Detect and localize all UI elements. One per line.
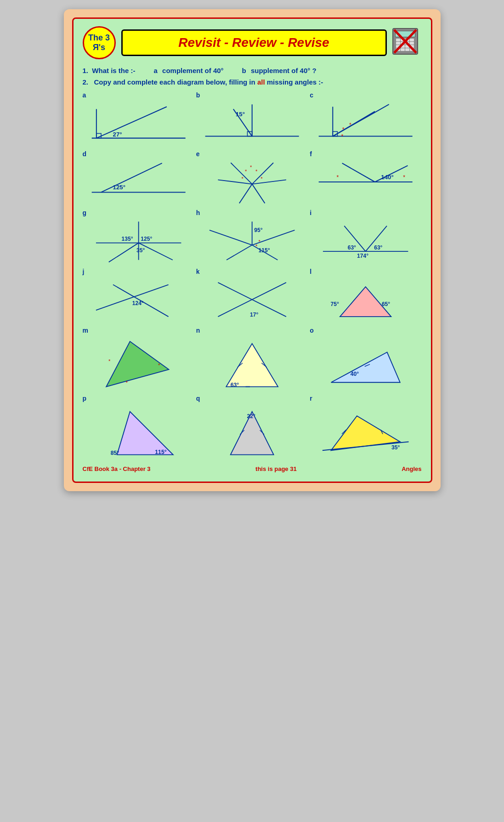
diagram-g-label: g (83, 209, 194, 216)
svg-text:*: * (255, 169, 258, 174)
diagram-p: p 85° 115° (83, 395, 194, 459)
diagram-i: i 63° 63° 174° (310, 209, 421, 264)
svg-text:*: * (337, 174, 339, 181)
svg-text:115°: 115° (155, 449, 166, 455)
diagram-h: h 95° * * 115° (196, 209, 308, 264)
q1-part-b-label: b (242, 67, 246, 74)
diagram-r-label: r (310, 395, 421, 402)
svg-text:17°: 17° (250, 312, 258, 318)
diagram-m-label: m (83, 327, 194, 334)
footer-center: this is page 31 (255, 465, 297, 472)
page: The 3 Я's Revisit - Review - Revise (64, 9, 441, 491)
svg-text:65°: 65° (382, 301, 390, 307)
svg-text:63°: 63° (231, 382, 239, 388)
question2: 2. Copy and complete each diagram below,… (83, 78, 422, 86)
diagram-e-label: e (196, 150, 308, 158)
diagram-q: q 22° (196, 395, 308, 459)
the3rs-line2: Я's (93, 43, 105, 52)
header: The 3 Я's Revisit - Review - Revise (83, 26, 422, 59)
svg-marker-75 (226, 344, 278, 387)
svg-text:115°: 115° (258, 247, 270, 254)
diagram-b-label: b (196, 91, 308, 99)
q1-number: 1. (83, 67, 89, 74)
svg-text:*: * (349, 122, 351, 128)
svg-text:35°: 35° (391, 444, 400, 451)
svg-line-25 (218, 180, 252, 184)
svg-text:22°: 22° (247, 413, 255, 420)
q2-number: 2. (83, 78, 89, 86)
the3rs-line1: The 3 (88, 33, 110, 43)
svg-text:27°: 27° (113, 131, 122, 138)
diagram-l-label: l (310, 268, 421, 275)
svg-text:*: * (241, 176, 244, 181)
q2-text: Copy and complete each diagram below, fi… (94, 78, 255, 86)
question1: 1. What is the :- a complement of 40° b … (83, 67, 422, 74)
diagram-c-label: c (310, 91, 421, 99)
diagram-a-label: a (83, 91, 194, 99)
svg-text:35°: 35° (136, 247, 145, 254)
diagram-o-label: o (310, 327, 421, 334)
svg-line-21 (101, 163, 162, 192)
diagram-a: a 27° (83, 91, 194, 147)
svg-text:*: * (108, 358, 110, 364)
svg-text:15°: 15° (236, 111, 245, 118)
diagram-p-label: p (83, 395, 194, 402)
svg-text:135°: 135° (121, 236, 133, 242)
diagram-n: n 63° (196, 327, 308, 391)
footer-left: CfE Book 3a - Chapter 3 (83, 465, 151, 472)
svg-text:*: * (158, 363, 160, 368)
footer: CfE Book 3a - Chapter 3 this is page 31 … (83, 465, 422, 472)
diagram-k-label: k (196, 268, 308, 275)
svg-line-26 (252, 180, 286, 184)
svg-text:85°: 85° (110, 450, 119, 456)
svg-text:*: * (258, 239, 260, 244)
svg-marker-80 (331, 352, 400, 383)
svg-text:*: * (255, 244, 258, 249)
svg-line-28 (252, 184, 265, 204)
svg-text:63°: 63° (348, 244, 356, 251)
diagram-e: e * * * * * (196, 150, 308, 205)
svg-text:140°: 140° (381, 174, 393, 181)
svg-text:174°: 174° (357, 253, 368, 259)
diagram-j-label: j (83, 268, 194, 275)
q1-part-b-text: supplement of 40° ? (251, 67, 317, 74)
diagram-c: c * * * (310, 91, 421, 147)
diagram-j: j 124° (83, 268, 194, 323)
svg-text:75°: 75° (331, 301, 339, 307)
svg-text:*: * (125, 380, 128, 385)
svg-line-49 (227, 245, 252, 260)
svg-text:*: * (245, 169, 247, 174)
svg-text:*: * (250, 164, 252, 170)
svg-text:*: * (260, 176, 263, 181)
diagram-m: m * * * (83, 327, 194, 391)
the3rs-badge: The 3 Я's (83, 26, 116, 59)
svg-marker-83 (117, 412, 173, 455)
svg-text:*: * (403, 174, 405, 181)
diagram-i-label: i (310, 209, 421, 216)
svg-line-16 (333, 112, 375, 136)
svg-line-47 (210, 230, 252, 245)
diagram-r: r 35° (310, 395, 421, 459)
diagram-g: g 135° 125° 35° (83, 209, 194, 264)
svg-line-35 (342, 163, 375, 182)
page-title: Revisit - Review - Revise (178, 35, 329, 50)
svg-text:*: * (341, 133, 344, 140)
title-box: Revisit - Review - Revise (121, 29, 387, 56)
svg-text:*: * (342, 126, 345, 133)
diagram-b: b 15° (196, 91, 308, 147)
svg-text:63°: 63° (374, 244, 382, 251)
diagram-f: f 140° * * (310, 150, 421, 205)
diagrams-grid: a 27° b (83, 91, 422, 459)
svg-text:124°: 124° (132, 300, 143, 306)
diagram-n-label: n (196, 327, 308, 334)
diagram-o: o 40° (310, 327, 421, 391)
q1-part-a-text: complement of 40° (162, 67, 224, 74)
svg-text:95°: 95° (254, 227, 262, 233)
q1-part-a-label: a (154, 67, 158, 74)
calculator-icon (392, 28, 422, 57)
diagram-f-label: f (310, 150, 421, 158)
diagram-k: k 17° (196, 268, 308, 323)
svg-line-27 (239, 184, 252, 204)
diagram-d-label: d (83, 150, 194, 158)
footer-right: Angles (402, 465, 421, 472)
